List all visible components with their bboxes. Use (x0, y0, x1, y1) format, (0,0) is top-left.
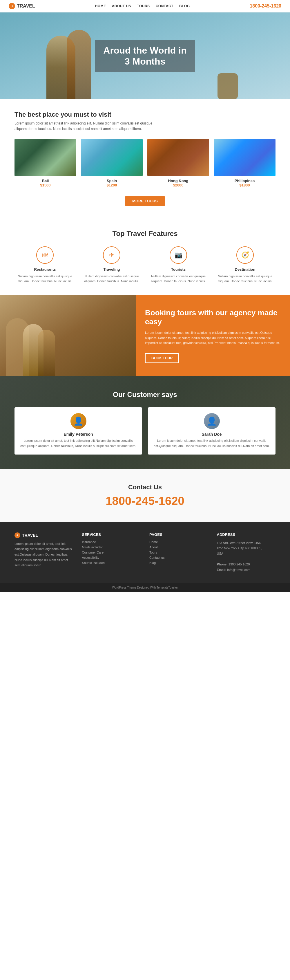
booking-desc: Lorem ipsum dolor sit amet, test link ad… (145, 330, 281, 346)
hero-overlay: Aroud the World in 3 Months (95, 40, 195, 72)
testimonials-section: Our Customer says 👤 Emily Peterson Lorem… (0, 376, 290, 469)
destination-name: Destination (218, 267, 272, 272)
sarah-avatar-icon: 👤 (207, 416, 217, 426)
sarah-avatar: 👤 (204, 413, 220, 429)
philippines-price: $1800 (214, 183, 276, 187)
traveling-name: Traveling (84, 267, 139, 272)
footer-services-title: SERVICES (82, 532, 141, 537)
contact-section: Contact Us 1800-245-1620 (0, 469, 290, 522)
bali-image (14, 139, 76, 176)
features-title: Top Travel Features (14, 229, 276, 238)
footer-phone-label: Phone: (217, 563, 228, 566)
tourists-icon: 📷 (170, 247, 187, 264)
footer-about-text: Lorem ipsum dolor sit amet, test link ad… (14, 541, 74, 568)
restaurants-name: Restaurants (18, 267, 72, 272)
header-phone: 1800-245-1620 (250, 3, 281, 9)
nav-home[interactable]: HOME (95, 4, 106, 8)
contact-title: Contact Us (14, 484, 276, 491)
feature-destination: 🧭 Destination Nullam dignissim convallis… (215, 247, 276, 283)
dest-bali: Bali $1500 (14, 139, 76, 187)
restaurants-icon: 🍽 (36, 247, 54, 264)
feature-traveling: ✈ Traveling Nullam dignissim convallis e… (81, 247, 142, 283)
footer-logo-icon: ✈ (14, 532, 20, 538)
nav-blog[interactable]: BLOG (179, 4, 190, 8)
sarah-name: Sarah Doe (154, 432, 270, 437)
nav-contact[interactable]: CONTACT (156, 4, 173, 8)
footer-address: ADDRESS 123 ABC Ave Street View 2456, XY… (217, 532, 276, 573)
book-tour-wrap: BOOK TOUR (145, 350, 281, 363)
footer-page-tours[interactable]: Tours (149, 550, 208, 554)
features-grid: 🍽 Restaurants Nullam dignissim convallis… (14, 247, 276, 283)
hongkong-price: $2000 (147, 183, 209, 187)
spain-image (81, 139, 143, 176)
spain-price: $1200 (81, 183, 143, 187)
footer-insurance[interactable]: Insurance (82, 540, 141, 544)
restaurants-desc: Nullam dignissim convallis est quisque a… (18, 274, 72, 283)
testimonial-emily: 👤 Emily Peterson Lorem ipsum dolor sit a… (14, 407, 142, 454)
dest-spain: Spain $1200 (81, 139, 143, 187)
footer-phone-value: 1300 245 1620 (229, 563, 250, 566)
logo: ✈ TRAVEL (9, 3, 35, 9)
footer-logo-text: TRAVEL (22, 533, 38, 538)
person-figure2 (38, 330, 55, 376)
footer-address-line2: XYZ New York City, NY 100005, (217, 546, 262, 550)
footer-address-line3: USA (217, 552, 224, 555)
footer-customer-care[interactable]: Customer Care (82, 550, 141, 554)
tourists-name: Tourists (151, 267, 206, 272)
sarah-text: Lorem ipsum dolor sit amet, test link ad… (154, 438, 270, 449)
contact-phone: 1800-245-1620 (14, 495, 276, 508)
destination-desc: Nullam dignissim convallis est quisque a… (218, 274, 272, 283)
emily-avatar-icon: 👤 (74, 416, 83, 426)
feature-tourists: 📷 Tourists Nullam dignissim convallis es… (148, 247, 209, 283)
traveling-icon: ✈ (103, 247, 120, 264)
nav-about[interactable]: ABOUT US (112, 4, 131, 8)
logo-text: TRAVEL (17, 3, 35, 9)
destination-icon: 🧭 (236, 247, 254, 264)
traveling-desc: Nullam dignissim convallis est quisque a… (84, 274, 139, 283)
bali-price: $1500 (14, 183, 76, 187)
footer-address-line1: 123 ABC Ave Street View 2456, (217, 541, 261, 544)
destinations-grid: Bali $1500 Spain $1200 Hong Kong $2000 P… (14, 139, 276, 187)
testimonial-sarah: 👤 Sarah Doe Lorem ipsum dolor sit amet, … (148, 407, 276, 454)
logo-icon: ✈ (9, 3, 15, 9)
footer-meals[interactable]: Meals included (82, 546, 141, 549)
footer-pages: PAGES Home About Tours Contact us Blog (149, 532, 208, 573)
emily-avatar: 👤 (70, 413, 87, 429)
booking-image (0, 295, 136, 376)
footer-page-blog[interactable]: Blog (149, 561, 208, 565)
dest-philippines: Philippines $1800 (214, 139, 276, 187)
nav: HOME ABOUT US TOURS CONTACT BLOG (95, 4, 190, 8)
features-section: Top Travel Features 🍽 Restaurants Nullam… (0, 218, 290, 295)
footer-about: ✈ TRAVEL Lorem ipsum dolor sit amet, tes… (14, 532, 74, 573)
book-tour-button[interactable]: BOOK TOUR (145, 353, 179, 363)
footer-shuttle[interactable]: Shuttle included (82, 561, 141, 565)
footer-page-home[interactable]: Home (149, 540, 208, 544)
philippines-name: Philippines (214, 179, 276, 183)
footer-bottom-text: WordPress Theme Designed With TemplateTo… (112, 586, 178, 589)
best-place-title: The best place you must to visit (14, 111, 276, 118)
best-place-desc: Lorem ipsum dolor sit amet test link adi… (14, 121, 160, 132)
best-place-section: The best place you must to visit Lorem i… (0, 99, 290, 218)
dest-hongkong: Hong Kong $2000 (147, 139, 209, 187)
footer-pages-title: PAGES (149, 532, 208, 537)
booking-content: Booking tours with our agency made easy … (136, 295, 290, 376)
footer: ✈ TRAVEL Lorem ipsum dolor sit amet, tes… (0, 522, 290, 583)
booking-section: Booking tours with our agency made easy … (0, 295, 290, 376)
footer-page-about[interactable]: About (149, 546, 208, 549)
header: ✈ TRAVEL HOME ABOUT US TOURS CONTACT BLO… (0, 0, 290, 13)
more-tours-wrap: MORE TOURS (14, 193, 276, 206)
tourists-desc: Nullam dignissim convallis est quisque a… (151, 274, 206, 283)
footer-email-value: info@travel.com (228, 568, 251, 571)
more-tours-button[interactable]: MORE TOURS (125, 196, 165, 206)
testimonials-grid: 👤 Emily Peterson Lorem ipsum dolor sit a… (14, 407, 276, 454)
footer-accessibility[interactable]: Accessibility (82, 556, 141, 559)
nav-tours[interactable]: TOURS (137, 4, 150, 8)
hongkong-name: Hong Kong (147, 179, 209, 183)
hongkong-image (147, 139, 209, 176)
footer-services: SERVICES Insurance Meals included Custom… (82, 532, 141, 573)
testimonials-title: Our Customer says (14, 391, 276, 399)
philippines-image (214, 139, 276, 176)
hero-section: Aroud the World in 3 Months (0, 13, 290, 99)
footer-email-label: Email: (217, 568, 226, 571)
footer-page-contact[interactable]: Contact us (149, 556, 208, 559)
